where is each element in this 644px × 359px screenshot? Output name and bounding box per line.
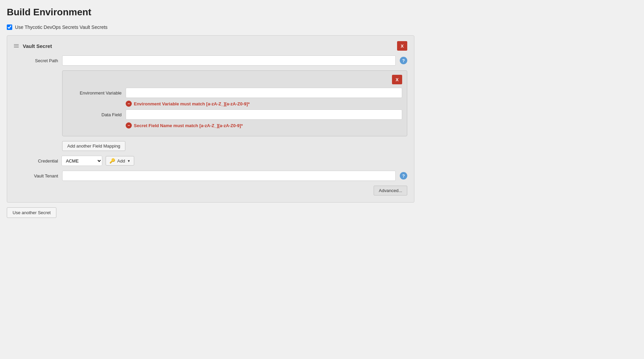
advanced-button[interactable]: Advanced... (374, 186, 407, 195)
use-vault-secrets-checkbox[interactable] (7, 24, 12, 30)
credential-row: Credential ACME Other 🔑 Add ▼ (14, 156, 407, 166)
vault-secret-title-text: Vault Secret (23, 43, 52, 49)
field-mapping-card: X Environment Variable − Environment Var… (62, 70, 407, 136)
credential-label: Credential (14, 158, 58, 164)
vault-tenant-row: Vault Tenant ? (14, 171, 407, 181)
chevron-down-icon: ▼ (127, 159, 130, 163)
field-mapping-card-header: X (67, 75, 402, 84)
vault-tenant-input[interactable] (62, 171, 396, 181)
drag-handle[interactable] (14, 44, 19, 48)
credential-select[interactable]: ACME Other (61, 156, 102, 166)
vault-tenant-label: Vault Tenant (14, 173, 58, 178)
add-credential-button[interactable]: 🔑 Add ▼ (106, 156, 134, 166)
add-button-label: Add (117, 158, 125, 164)
advanced-row: Advanced... (14, 186, 407, 195)
env-error-icon: − (126, 101, 132, 107)
vault-secret-card: Vault Secret X Secret Path ? X Environme… (7, 35, 414, 203)
add-field-mapping-row: Add another Field Mapping (62, 141, 407, 151)
secret-path-label: Secret Path (14, 58, 58, 63)
remove-field-mapping-button[interactable]: X (392, 75, 402, 84)
vault-secret-title: Vault Secret (14, 43, 52, 49)
add-field-mapping-button[interactable]: Add another Field Mapping (62, 141, 125, 151)
data-field-row: Data Field (67, 109, 402, 120)
use-vault-secrets-row: Use Thycotic DevOps Secrets Vault Secret… (7, 24, 637, 30)
vault-secret-card-header: Vault Secret X (14, 41, 407, 51)
data-field-input[interactable] (126, 109, 402, 120)
use-another-secret-button[interactable]: Use another Secret (7, 207, 56, 218)
env-error-text: Environment Variable must match [a-zA-Z_… (134, 101, 250, 106)
env-variable-row: Environment Variable (67, 88, 402, 98)
data-field-error-text: Secret Field Name must match [a-zA-Z_][a… (134, 123, 243, 128)
data-field-label: Data Field (67, 112, 122, 117)
env-variable-label: Environment Variable (67, 90, 122, 96)
secret-path-row: Secret Path ? (14, 55, 407, 66)
vault-tenant-help-icon[interactable]: ? (400, 172, 407, 180)
secret-path-input[interactable] (62, 55, 396, 66)
key-icon: 🔑 (109, 158, 115, 164)
page-title: Build Environment (7, 7, 637, 18)
use-vault-secrets-label: Use Thycotic DevOps Secrets Vault Secret… (15, 24, 108, 30)
remove-vault-secret-button[interactable]: X (397, 41, 407, 51)
secret-path-help-icon[interactable]: ? (400, 57, 407, 64)
env-variable-error-row: − Environment Variable must match [a-zA-… (126, 101, 402, 107)
data-field-error-icon: − (126, 122, 132, 129)
env-variable-input[interactable] (126, 88, 402, 98)
data-field-error-row: − Secret Field Name must match [a-zA-Z_]… (126, 122, 402, 129)
